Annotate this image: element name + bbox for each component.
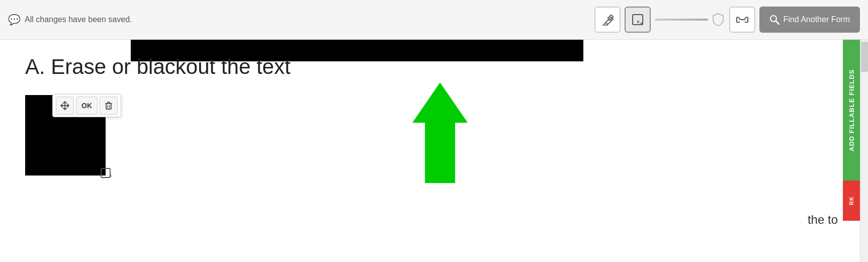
ok-annotation-button[interactable]: OK [76, 97, 98, 115]
delete-annotation-button[interactable] [100, 97, 118, 115]
arrow-head [412, 82, 468, 123]
blackout-tool-button[interactable]: × [625, 7, 651, 33]
add-rk-button[interactable]: RK [843, 181, 860, 221]
trash-icon [104, 101, 113, 110]
green-arrow-indicator [412, 82, 468, 183]
blackout-cursor-icon: × [101, 168, 112, 179]
toolbar-actions: × [594, 7, 860, 33]
annotation-toolbar: OK [52, 94, 121, 117]
link-icon [736, 16, 749, 24]
link-button[interactable] [729, 7, 755, 33]
blackout-cursor-indicator: × [101, 168, 112, 179]
find-another-form-button[interactable]: Find Another Form [759, 7, 860, 33]
svg-text:×: × [637, 19, 640, 25]
main-toolbar: 💬 All changes have been saved. × [0, 0, 868, 40]
move-annotation-button[interactable] [56, 97, 74, 115]
scrollbar-track[interactable] [860, 40, 868, 262]
shield-icon [711, 13, 725, 27]
svg-rect-9 [106, 104, 111, 109]
svg-text:×: × [109, 173, 112, 179]
svg-marker-1 [603, 23, 607, 25]
body-text-line2: the to [808, 211, 838, 229]
opacity-slider-container [655, 13, 725, 27]
eraser-icon [601, 13, 614, 26]
opacity-slider-track[interactable] [655, 19, 708, 21]
find-form-label: Find Another Form [784, 15, 850, 24]
toolbar-status-area: 💬 All changes have been saved. [8, 14, 588, 26]
chat-icon: 💬 [8, 14, 21, 26]
arrow-shaft [425, 123, 455, 183]
erase-tool-button[interactable] [594, 7, 621, 33]
status-text: All changes have been saved. [25, 15, 132, 24]
main-content-area: A. Erase or blackout the text OK [0, 40, 868, 262]
search-icon [769, 15, 779, 25]
add-fillable-fields-button[interactable]: ADD FILLABLE FIELDS [843, 40, 860, 181]
scrollbar-thumb[interactable] [861, 42, 868, 72]
move-icon [60, 101, 69, 110]
blackout-icon: × [631, 13, 644, 26]
svg-line-8 [776, 21, 779, 24]
